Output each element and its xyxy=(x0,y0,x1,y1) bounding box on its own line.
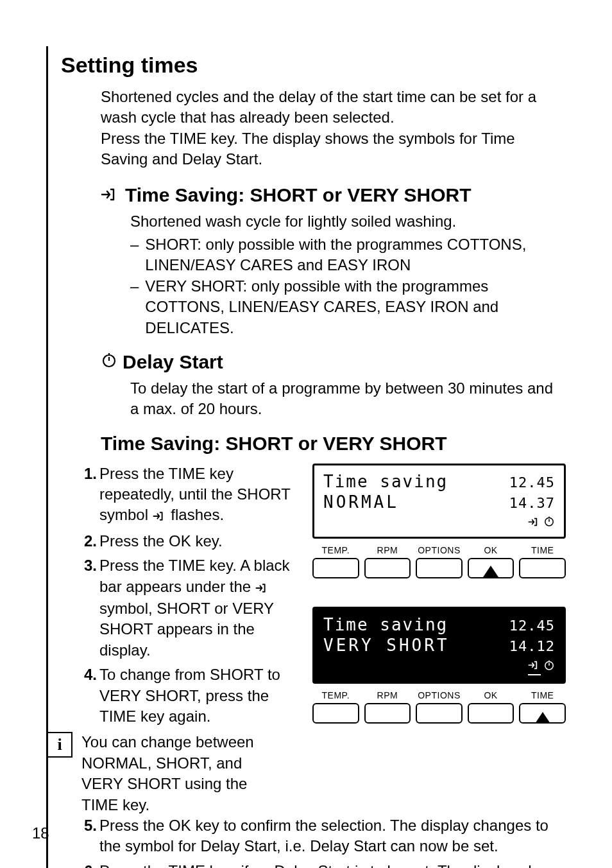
section-b-sub: To delay the start of a programme by bet… xyxy=(130,378,566,420)
svg-point-1 xyxy=(545,517,553,525)
button[interactable] xyxy=(416,703,463,724)
info-icon: i xyxy=(47,732,72,758)
lcd-end-time: 14.12 xyxy=(509,638,555,654)
button[interactable] xyxy=(364,703,411,724)
list-item: –SHORT: only possible with the programme… xyxy=(130,234,566,276)
delay-start-icon xyxy=(101,352,117,369)
section-a-heading: Time Saving: SHORT or VERY SHORT xyxy=(101,184,566,206)
time-saving-icon xyxy=(528,514,541,530)
step-1: 1. Press the TIME key repeatedly, until … xyxy=(80,464,298,527)
page-frame: Setting times Shortened cycles and the d… xyxy=(46,46,566,868)
button-row: TEMP. RPM OPTIONS OK TIME xyxy=(312,545,566,578)
delay-start-icon xyxy=(543,514,555,530)
dash: – xyxy=(130,234,139,276)
delay-start-icon xyxy=(543,658,555,674)
step-number: 6. xyxy=(80,861,97,868)
info-text: You can change between NORMAL, SHORT, an… xyxy=(81,732,274,815)
step-text-b: flashes. xyxy=(167,506,224,523)
step-text: To change from SHORT to VERY SHORT, pres… xyxy=(99,664,298,727)
steps-continued: 5. Press the OK key to confirm the selec… xyxy=(80,815,566,868)
lcd-title: Time saving xyxy=(323,615,448,634)
list-item-text: SHORT: only possible with the programmes… xyxy=(145,234,566,276)
time-saving-icon xyxy=(101,187,120,202)
btn-label: TIME xyxy=(519,690,566,700)
button[interactable] xyxy=(416,558,463,578)
dash: – xyxy=(130,276,139,338)
btn-label: TIME xyxy=(519,545,566,555)
button[interactable] xyxy=(519,558,566,578)
step-6: 6. Press the TIME key, if no Delay Start… xyxy=(80,861,566,868)
step-5: 5. Press the OK key to confirm the selec… xyxy=(80,815,566,857)
section-a-list: –SHORT: only possible with the programme… xyxy=(130,234,566,338)
step-text-b: symbol, SHORT or VERY SHORT appears in t… xyxy=(99,600,274,659)
lcd-icons xyxy=(323,657,555,675)
btn-label: TEMP. xyxy=(312,690,359,700)
btn-ok: OK xyxy=(468,690,514,725)
lcd-screen: Time saving 12.45 NORMAL 14.37 xyxy=(312,464,566,539)
step-number: 2. xyxy=(80,531,97,551)
btn-label: RPM xyxy=(364,545,411,555)
time-saving-icon xyxy=(153,506,167,526)
info-note: i You can change between NORMAL, SHORT, … xyxy=(47,732,298,815)
section-a-sub: Shortened wash cycle for lightly soiled … xyxy=(130,211,566,232)
display-panel-1: Time saving 12.45 NORMAL 14.37 TEMP. RPM xyxy=(312,464,566,578)
lcd-clock: 12.45 xyxy=(509,618,555,634)
lcd-mode: NORMAL xyxy=(323,492,399,512)
btn-label: TEMP. xyxy=(312,545,359,555)
intro-p1: Shortened cycles and the delay of the st… xyxy=(101,87,566,128)
list-item-text: VERY SHORT: only possible with the progr… xyxy=(145,276,566,338)
lcd-screen: Time saving 12.45 VERY SHORT 14.12 xyxy=(312,607,566,684)
step-2: 2. Press the OK key. xyxy=(80,531,298,551)
section-c-title: Time Saving: SHORT or VERY SHORT xyxy=(101,433,566,455)
button[interactable] xyxy=(312,703,359,724)
step-text-a: Press the TIME key, if no Delay Start is… xyxy=(99,862,564,868)
lcd-mode: VERY SHORT xyxy=(323,636,450,655)
step-4: 4. To change from SHORT to VERY SHORT, p… xyxy=(80,664,298,727)
step-number: 1. xyxy=(80,464,97,527)
button[interactable] xyxy=(468,703,514,724)
list-item: –VERY SHORT: only possible with the prog… xyxy=(130,276,566,338)
step-text: Press the TIME key, if no Delay Start is… xyxy=(99,861,566,868)
intro-p2: Press the TIME key. The display shows th… xyxy=(101,128,566,170)
btn-options: OPTIONS xyxy=(416,690,463,725)
lcd-title: Time saving xyxy=(323,472,448,491)
page-title: Setting times xyxy=(61,53,566,78)
btn-label: OPTIONS xyxy=(416,545,463,555)
btn-time: TIME xyxy=(519,545,566,578)
lcd-end-time: 14.37 xyxy=(509,495,555,511)
step-text: Press the TIME key repeatedly, until the… xyxy=(99,464,298,527)
two-column-layout: 1. Press the TIME key repeatedly, until … xyxy=(80,464,566,815)
step-text: Press the TIME key. A black bar appears … xyxy=(99,555,298,661)
btn-label: RPM xyxy=(364,690,411,700)
display-panel-2: Time saving 12.45 VERY SHORT 14.12 TEMP.… xyxy=(312,607,566,725)
time-saving-icon-selected xyxy=(528,657,541,675)
step-number: 5. xyxy=(80,815,97,857)
step-text: Press the OK key to confirm the selectio… xyxy=(99,815,566,857)
btn-label: OK xyxy=(468,545,514,555)
intro-block: Shortened cycles and the delay of the st… xyxy=(101,87,566,170)
btn-rpm: RPM xyxy=(364,545,411,578)
button-row: TEMP. RPM OPTIONS OK TIME xyxy=(312,690,566,725)
button[interactable] xyxy=(312,558,359,578)
btn-ok: OK xyxy=(468,545,514,578)
section-b-heading: Delay Start xyxy=(101,351,566,373)
step-number: 3. xyxy=(80,555,97,661)
pointer-arrow-icon xyxy=(483,566,498,577)
btn-time: TIME xyxy=(519,690,566,725)
btn-label: OK xyxy=(468,690,514,700)
section-a-title: Time Saving: SHORT or VERY SHORT xyxy=(125,184,472,206)
btn-temp: TEMP. xyxy=(312,690,359,725)
page-number: 18 xyxy=(32,824,49,842)
btn-rpm: RPM xyxy=(364,690,411,725)
step-text: Press the OK key. xyxy=(99,531,298,551)
steps-column: 1. Press the TIME key repeatedly, until … xyxy=(80,464,298,815)
pointer-arrow-icon xyxy=(535,712,550,724)
step-number: 4. xyxy=(80,664,97,727)
btn-label: OPTIONS xyxy=(416,690,463,700)
panel-column: Time saving 12.45 NORMAL 14.37 TEMP. RPM xyxy=(312,464,566,815)
button[interactable] xyxy=(364,558,411,578)
lcd-icons xyxy=(323,514,555,530)
svg-point-2 xyxy=(545,662,553,670)
time-saving-icon xyxy=(255,578,269,598)
btn-options: OPTIONS xyxy=(416,545,463,578)
